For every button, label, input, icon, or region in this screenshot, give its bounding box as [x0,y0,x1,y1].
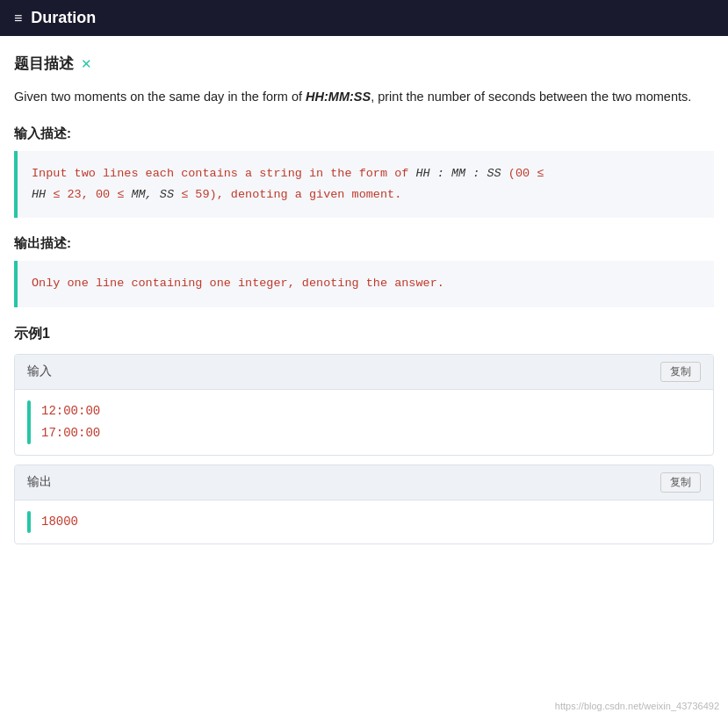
input-line1: 12:00:00 [41,404,100,418]
output-box-label: 输出 [27,474,52,490]
desc-bold: HH:MM:SS [306,90,371,104]
input-content: 12:00:00 17:00:00 [15,390,713,455]
menu-icon: ≡ [14,11,22,26]
input-description-block: Input two lines each contains a string i… [14,151,714,219]
main-content: 题目描述 ✕ Given two moments on the same day… [0,36,728,571]
section-title: 题目描述 [14,54,74,74]
input-copy-button[interactable]: 复制 [660,362,701,382]
input-box-header: 输入 复制 [15,355,713,390]
input-left-border [27,400,31,444]
input-desc-text: Input two lines each contains a string i… [32,167,544,201]
header: ≡ Duration [0,0,728,36]
watermark: https://blog.csdn.net/weixin_43736492 [555,701,719,711]
input-box: 输入 复制 12:00:00 17:00:00 [14,354,714,456]
output-box-header: 输出 复制 [15,465,713,500]
example-title: 示例1 [14,325,714,343]
output-description-block: Only one line containing one integer, de… [14,261,714,306]
input-box-body: 12:00:00 17:00:00 [15,390,713,455]
input-box-label: 输入 [27,364,52,379]
output-value: 18000 [41,515,78,529]
output-box-body: 18000 [15,500,713,544]
expand-icon[interactable]: ✕ [81,56,92,72]
output-label: 输出描述: [14,235,714,252]
output-desc-text: Only one line containing one integer, de… [32,277,444,290]
output-content: 18000 [15,500,713,544]
input-line2: 17:00:00 [41,426,100,440]
output-left-border [27,511,31,533]
section-title-row: 题目描述 ✕ [14,54,714,74]
page-title: Duration [31,9,96,27]
input-text: 12:00:00 17:00:00 [41,400,100,444]
output-box: 输出 复制 18000 [14,464,714,544]
desc-after: , print the number of seconds between th… [371,90,691,104]
desc-before: Given two moments on the same day in the… [14,90,306,104]
input-label: 输入描述: [14,126,714,142]
output-text: 18000 [41,511,78,533]
problem-description: Given two moments on the same day in the… [14,86,714,108]
output-copy-button[interactable]: 复制 [660,472,701,493]
